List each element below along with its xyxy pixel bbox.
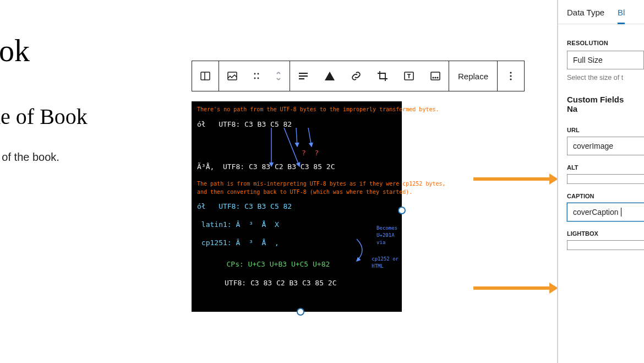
img-note: cp1252 or bbox=[372, 256, 399, 263]
alt-label: ALT bbox=[558, 156, 644, 174]
svg-point-3 bbox=[254, 73, 256, 75]
column-block-icon[interactable] bbox=[192, 61, 219, 91]
svg-rect-0 bbox=[201, 72, 210, 80]
alt-input[interactable] bbox=[567, 174, 644, 184]
svg-point-16 bbox=[510, 75, 511, 77]
img-note: U+201A bbox=[376, 232, 397, 239]
url-label: URL bbox=[558, 119, 644, 137]
image-block[interactable]: There's no path from the UTF-8 bytes to … bbox=[192, 101, 402, 312]
img-text: CPs: U+C3 U+B3 U+C5 U+82 bbox=[197, 259, 396, 270]
align-icon[interactable] bbox=[290, 61, 316, 91]
lightbox-input[interactable] bbox=[567, 240, 644, 250]
img-note: HTML bbox=[372, 263, 399, 270]
move-arrows-icon[interactable] bbox=[268, 61, 290, 91]
img-text: UTF8: C3 83 C2 B3 C3 85 2C bbox=[197, 278, 396, 289]
svg-point-12 bbox=[433, 77, 434, 78]
svg-point-15 bbox=[510, 72, 511, 73]
img-text: There's no path from the UTF-8 bytes to … bbox=[197, 106, 396, 114]
svg-line-20 bbox=[296, 128, 297, 147]
caption-icon[interactable] bbox=[422, 61, 449, 91]
lightbox-label: LIGHTBOX bbox=[558, 223, 644, 240]
svg-point-14 bbox=[437, 77, 438, 78]
page-title: ook bbox=[0, 33, 30, 68]
img-text: Ã³Å‚ bbox=[197, 162, 214, 171]
resolution-select[interactable]: Full Size bbox=[567, 51, 644, 69]
img-note: Becomes bbox=[376, 225, 397, 232]
replace-button[interactable]: Replace bbox=[449, 61, 497, 91]
svg-rect-7 bbox=[299, 73, 308, 74]
text-overlay-icon[interactable] bbox=[396, 61, 422, 91]
svg-point-13 bbox=[435, 77, 436, 78]
link-icon[interactable] bbox=[343, 61, 369, 91]
url-input[interactable]: coverImage bbox=[567, 137, 644, 155]
more-options-icon[interactable] bbox=[498, 61, 524, 91]
page-subtitle: me of Book bbox=[0, 104, 88, 129]
caption-label: CAPTION bbox=[558, 185, 644, 203]
page-summary: ary of the book. bbox=[0, 151, 59, 164]
resolution-help: Select the size of t bbox=[558, 72, 644, 82]
resolution-label: RESOLUTION bbox=[558, 40, 644, 46]
img-text: UTF8: C3 83 C2 B3 C3 85 2C bbox=[223, 162, 335, 171]
svg-point-6 bbox=[258, 78, 259, 79]
svg-point-5 bbox=[254, 78, 256, 79]
img-text: The path is from mis-interpreting UTF-8 … bbox=[197, 180, 396, 188]
image-block-icon[interactable] bbox=[219, 61, 245, 91]
caption-input[interactable]: coverCaption bbox=[567, 203, 644, 221]
svg-line-21 bbox=[308, 128, 312, 147]
annotation-arrow bbox=[473, 177, 550, 181]
tab-data-type[interactable]: Data Type bbox=[567, 8, 604, 24]
editor-canvas: ook me of Book ary of the book. 9 bbox=[0, 0, 557, 363]
svg-rect-11 bbox=[431, 72, 440, 80]
img-text: ół bbox=[197, 120, 206, 128]
crop-icon[interactable] bbox=[369, 61, 396, 91]
img-text: cp1251: Â ³ Å ‚ bbox=[197, 238, 396, 248]
img-text: and then converting back to UTF-8 (which… bbox=[197, 188, 396, 197]
custom-fields-heading: Custom Fields Na bbox=[558, 82, 644, 119]
svg-point-4 bbox=[258, 73, 259, 75]
img-text: ? ? bbox=[197, 148, 396, 159]
drag-handle-icon[interactable] bbox=[245, 61, 268, 91]
img-text: latin1: Â ³ Å X bbox=[197, 220, 279, 229]
svg-point-17 bbox=[510, 78, 511, 80]
img-text: UTF8: C3 B3 C5 82 bbox=[219, 120, 292, 128]
img-text: UTF8: C3 B3 C5 82 bbox=[219, 202, 292, 210]
img-note: via bbox=[376, 239, 397, 246]
tab-block[interactable]: Bl bbox=[618, 8, 625, 24]
resize-handle-bottom[interactable] bbox=[297, 308, 304, 316]
svg-line-19 bbox=[284, 128, 299, 166]
resize-handle-right[interactable] bbox=[398, 207, 406, 214]
block-toolbar: Replace bbox=[192, 61, 525, 91]
img-text: ół bbox=[197, 202, 206, 210]
duotone-icon[interactable] bbox=[316, 61, 343, 91]
svg-rect-8 bbox=[299, 75, 308, 77]
sidebar-tabs: Data Type Bl bbox=[558, 0, 644, 24]
settings-sidebar: Data Type Bl RESOLUTION Full Size Select… bbox=[558, 0, 644, 363]
annotation-arrow bbox=[473, 286, 550, 290]
svg-rect-9 bbox=[299, 78, 304, 79]
